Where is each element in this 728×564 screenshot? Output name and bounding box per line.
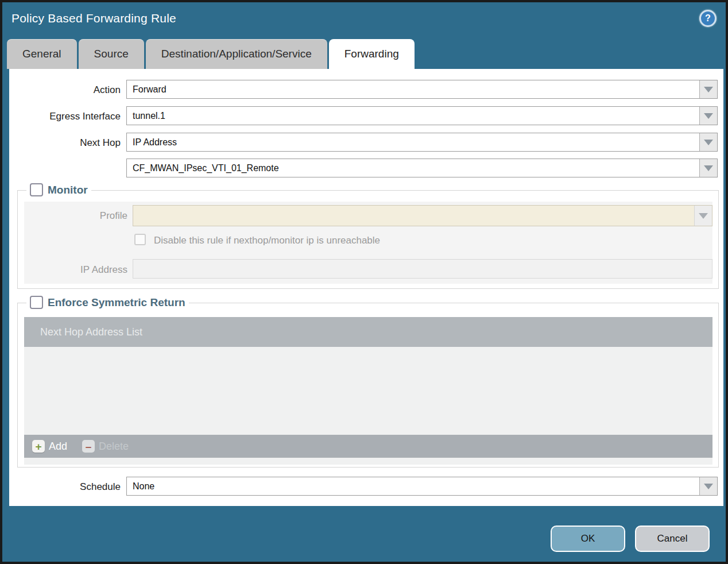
next-hop-address-list-header: Next Hop Address List [24, 317, 712, 347]
disable-rule-label: Disable this rule if nexthop/monitor ip … [154, 235, 380, 246]
action-dropdown[interactable]: Forward [126, 80, 718, 99]
chevron-down-icon [704, 165, 713, 171]
dialog-title: Policy Based Forwarding Rule [11, 11, 176, 25]
disable-rule-checkbox [134, 234, 146, 245]
chevron-down-icon [704, 113, 713, 119]
add-button-label: Add [49, 441, 67, 453]
schedule-label: Schedule [9, 481, 121, 493]
tab-destination-application-service[interactable]: Destination/Application/Service [146, 39, 327, 69]
egress-interface-value: tunnel.1 [127, 107, 699, 125]
tab-bar: General Source Destination/Application/S… [7, 39, 415, 69]
next-hop-type-dropdown-button[interactable] [699, 133, 717, 151]
table-toolbar: + Add – Delete [24, 435, 712, 458]
action-value: Forward [127, 80, 699, 98]
dialog-footer: OK Cancel [2, 506, 726, 564]
action-label: Action [9, 84, 121, 96]
add-button[interactable]: + Add [32, 440, 67, 453]
tab-forwarding[interactable]: Forwarding [329, 39, 415, 69]
monitor-legend-label: Monitor [48, 184, 88, 196]
dialog-title-bar: Policy Based Forwarding Rule ? [2, 2, 726, 36]
chevron-down-icon [699, 213, 708, 219]
profile-value [133, 206, 694, 226]
profile-dropdown-button [694, 206, 712, 226]
help-icon[interactable]: ? [699, 10, 717, 27]
egress-interface-label: Egress Interface [9, 111, 121, 122]
monitor-checkbox[interactable] [30, 183, 43, 196]
egress-interface-dropdown-button[interactable] [699, 107, 717, 125]
action-dropdown-button[interactable] [699, 80, 717, 98]
next-hop-address-table: Next Hop Address List + Add – Delete [24, 317, 712, 465]
symmetric-return-legend: Enforce Symmetric Return [26, 296, 189, 309]
policy-based-forwarding-dialog: Policy Based Forwarding Rule ? General S… [0, 0, 728, 564]
next-hop-address-list-body[interactable] [24, 347, 712, 435]
chevron-down-icon [704, 87, 713, 92]
profile-label: Profile [9, 210, 127, 222]
symmetric-return-checkbox[interactable] [30, 296, 43, 309]
monitor-ip-address-label: IP Address [9, 264, 127, 276]
egress-interface-dropdown[interactable]: tunnel.1 [126, 106, 718, 125]
delete-button-label: Delete [99, 441, 129, 453]
next-hop-type-value: IP Address [127, 133, 699, 151]
profile-dropdown [133, 205, 712, 226]
minus-icon: – [82, 440, 95, 453]
symmetric-return-legend-label: Enforce Symmetric Return [48, 296, 185, 309]
schedule-dropdown[interactable]: None [126, 477, 718, 496]
chevron-down-icon [704, 484, 713, 489]
schedule-value: None [127, 477, 699, 495]
next-hop-type-dropdown[interactable]: IP Address [126, 133, 718, 152]
chevron-down-icon [704, 140, 713, 145]
next-hop-address-dropdown-button[interactable] [699, 159, 717, 177]
cancel-button[interactable]: Cancel [635, 526, 710, 552]
next-hop-address-value: CF_MWAN_IPsec_VTI_01_Remote [127, 159, 699, 177]
plus-icon: + [32, 440, 45, 453]
tab-source[interactable]: Source [79, 39, 144, 69]
forwarding-tab-panel: Action Forward Egress Interface tunnel.1… [9, 69, 723, 506]
delete-button: – Delete [82, 440, 129, 453]
monitor-ip-address-input [133, 259, 712, 279]
schedule-dropdown-button[interactable] [699, 477, 717, 495]
tab-general[interactable]: General [7, 39, 77, 69]
ok-button[interactable]: OK [551, 526, 625, 552]
next-hop-label: Next Hop [9, 137, 121, 149]
monitor-legend: Monitor [26, 183, 91, 196]
next-hop-address-dropdown[interactable]: CF_MWAN_IPsec_VTI_01_Remote [126, 159, 718, 177]
